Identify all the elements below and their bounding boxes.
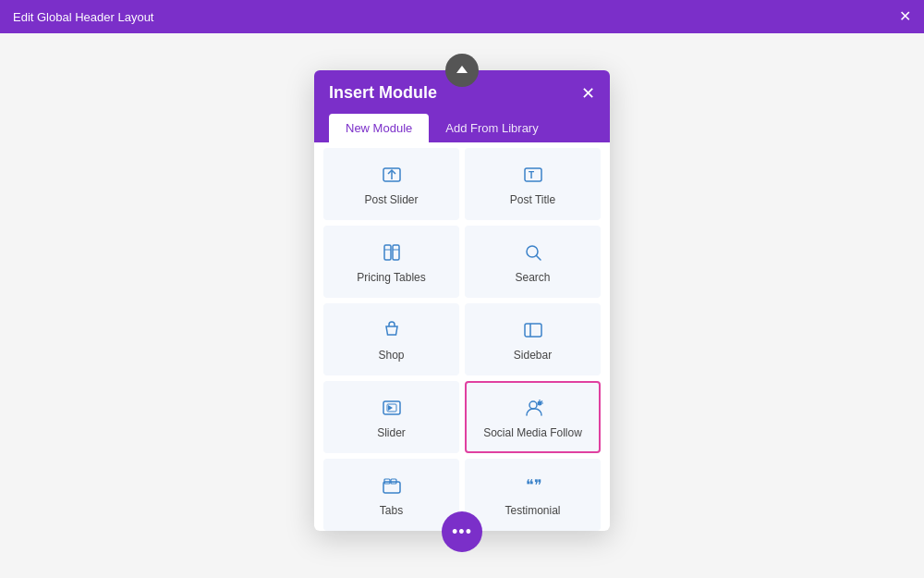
pricing-tables-icon (382, 242, 402, 265)
module-item-pricing-tables[interactable]: Pricing Tables (323, 226, 459, 298)
svg-rect-5 (393, 245, 399, 260)
dots-icon: ••• (452, 523, 472, 540)
module-label-sidebar: Sidebar (514, 349, 552, 363)
module-label-post-slider: Post Slider (364, 193, 418, 208)
modal-arrow-handle[interactable] (445, 54, 479, 87)
tab-new-module[interactable]: New Module (329, 114, 429, 142)
post-slider-icon (382, 165, 402, 188)
module-item-sidebar[interactable]: Sidebar (465, 303, 601, 375)
svg-rect-10 (525, 324, 541, 337)
svg-text:T: T (529, 170, 534, 180)
social-media-follow-icon (523, 398, 543, 421)
svg-point-15 (529, 401, 537, 409)
module-label-pricing-tables: Pricing Tables (357, 271, 425, 286)
shop-icon (382, 320, 402, 343)
tabs-icon (382, 475, 402, 498)
module-grid: Post Slider T Post Title Pricing Tables … (314, 142, 610, 531)
module-item-social-media-follow[interactable]: Social Media Follow (465, 381, 601, 453)
svg-line-18 (541, 400, 542, 401)
module-label-post-title: Post Title (510, 193, 555, 208)
module-label-testimonial: Testimonial (505, 504, 560, 519)
top-bar: Edit Global Header Layout ✕ (0, 0, 924, 33)
bottom-dots-button[interactable]: ••• (442, 511, 482, 552)
module-item-shop[interactable]: Shop (323, 303, 459, 375)
arrow-up-icon (455, 63, 469, 78)
slider-icon (382, 398, 402, 421)
svg-rect-4 (384, 245, 391, 260)
svg-text:❝: ❝ (526, 477, 534, 493)
module-label-search: Search (515, 271, 550, 286)
module-item-post-title[interactable]: T Post Title (465, 148, 601, 220)
svg-marker-14 (388, 405, 393, 411)
sidebar-icon (523, 320, 543, 343)
module-item-tabs[interactable]: Tabs (323, 459, 459, 531)
top-bar-close-button[interactable]: ✕ (899, 9, 911, 24)
svg-text:❞: ❞ (534, 477, 542, 493)
insert-module-modal: Insert Module ✕ New Module Add From Libr… (314, 70, 610, 531)
module-item-search[interactable]: Search (465, 226, 601, 298)
post-title-icon: T (523, 165, 543, 188)
svg-line-9 (536, 255, 541, 260)
search-icon (523, 242, 543, 265)
module-label-slider: Slider (377, 426, 406, 441)
module-label-social-media-follow: Social Media Follow (483, 426, 582, 441)
modal-close-button[interactable]: ✕ (581, 85, 595, 102)
module-label-tabs: Tabs (380, 504, 403, 519)
tab-add-from-library[interactable]: Add From Library (429, 114, 554, 142)
modal-tabs: New Module Add From Library (329, 114, 595, 142)
top-bar-title: Edit Global Header Layout (13, 10, 153, 24)
modal-title: Insert Module (329, 83, 437, 103)
testimonial-icon: ❝❞ (523, 475, 543, 498)
module-item-slider[interactable]: Slider (323, 381, 459, 453)
module-item-post-slider[interactable]: Post Slider (323, 148, 459, 220)
module-item-testimonial[interactable]: ❝❞ Testimonial (465, 459, 601, 531)
module-label-shop: Shop (378, 349, 404, 363)
